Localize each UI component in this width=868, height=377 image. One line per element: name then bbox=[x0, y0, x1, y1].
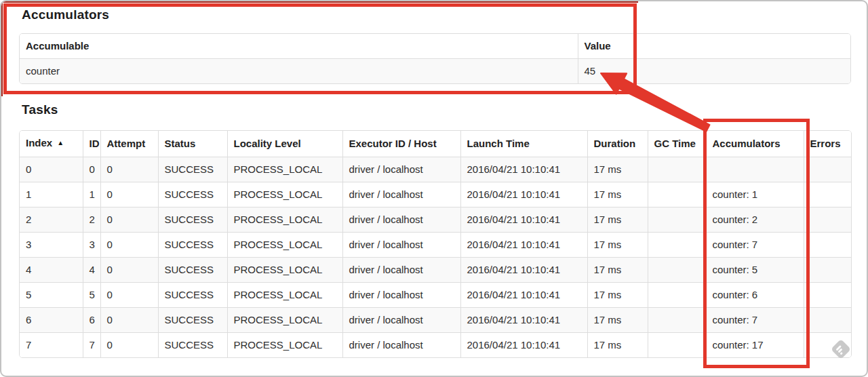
watermark-diamond-icon bbox=[829, 338, 852, 361]
locality-level-cell: PROCESS_LOCAL bbox=[227, 233, 342, 258]
launch-time-cell: 2016/04/21 10:10:41 bbox=[460, 308, 587, 333]
attempt-cell: 0 bbox=[100, 308, 158, 333]
id-cell: 6 bbox=[83, 308, 100, 333]
accumulators-table: Accumulable Value counter 45 bbox=[19, 33, 851, 84]
gc-time-cell bbox=[648, 207, 706, 233]
status-cell: SUCCESS bbox=[158, 308, 227, 333]
accumulators-column-header[interactable]: Accumulators bbox=[706, 131, 804, 157]
duration-cell: 17 ms bbox=[587, 283, 648, 308]
sort-ascending-icon: ▲ bbox=[57, 139, 64, 146]
spark-ui-page: Accumulators Accumulable Value counter 4… bbox=[0, 0, 868, 377]
table-row: 0 0 0 SUCCESS PROCESS_LOCAL driver / loc… bbox=[20, 157, 852, 182]
errors-cell bbox=[804, 157, 852, 182]
executor-id-host-cell: driver / localhost bbox=[342, 233, 460, 258]
gc-time-cell bbox=[648, 258, 706, 283]
locality-level-cell: PROCESS_LOCAL bbox=[227, 283, 342, 308]
duration-cell: 17 ms bbox=[587, 333, 648, 358]
annotation-clipped-edge-top bbox=[1, 1, 638, 3]
index-column-header[interactable]: Index▲ bbox=[20, 131, 83, 157]
tasks-table-body: 0 0 0 SUCCESS PROCESS_LOCAL driver / loc… bbox=[20, 157, 852, 358]
status-cell: SUCCESS bbox=[158, 333, 227, 358]
status-cell: SUCCESS bbox=[158, 157, 227, 182]
attempt-cell: 0 bbox=[100, 333, 158, 358]
accumulators-cell: counter: 7 bbox=[706, 233, 804, 258]
errors-cell bbox=[804, 207, 852, 233]
attempt-cell: 0 bbox=[100, 182, 158, 207]
id-cell: 1 bbox=[83, 182, 100, 207]
accumulable-name-cell: counter bbox=[20, 59, 578, 84]
id-column-header[interactable]: ID bbox=[83, 131, 100, 157]
errors-cell bbox=[804, 258, 852, 283]
launch-time-cell: 2016/04/21 10:10:41 bbox=[460, 207, 587, 233]
locality-level-cell: PROCESS_LOCAL bbox=[227, 333, 342, 358]
index-cell: 6 bbox=[20, 308, 83, 333]
id-cell: 2 bbox=[83, 207, 100, 233]
errors-cell bbox=[804, 283, 852, 308]
tasks-table: Index▲ ID Attempt Status Locality Level … bbox=[19, 130, 852, 358]
launch-time-cell: 2016/04/21 10:10:41 bbox=[460, 157, 587, 182]
tasks-section-title: Tasks bbox=[22, 102, 58, 117]
duration-cell: 17 ms bbox=[587, 157, 648, 182]
gc-time-column-header[interactable]: GC Time bbox=[648, 131, 706, 157]
status-cell: SUCCESS bbox=[158, 258, 227, 283]
index-cell: 2 bbox=[20, 207, 83, 233]
duration-cell: 17 ms bbox=[587, 308, 648, 333]
executor-id-host-cell: driver / localhost bbox=[342, 157, 460, 182]
status-cell: SUCCESS bbox=[158, 182, 227, 207]
id-cell: 7 bbox=[83, 333, 100, 358]
accumulators-header-row: Accumulable Value bbox=[20, 34, 851, 59]
launch-time-cell: 2016/04/21 10:10:41 bbox=[460, 283, 587, 308]
accumulators-cell: counter: 17 bbox=[706, 333, 804, 358]
accumulators-cell: counter: 6 bbox=[706, 283, 804, 308]
id-cell: 3 bbox=[83, 233, 100, 258]
table-row: 1 1 0 SUCCESS PROCESS_LOCAL driver / loc… bbox=[20, 182, 852, 207]
duration-column-header[interactable]: Duration bbox=[587, 131, 648, 157]
table-row: 2 2 0 SUCCESS PROCESS_LOCAL driver / loc… bbox=[20, 207, 852, 233]
attempt-cell: 0 bbox=[100, 283, 158, 308]
duration-cell: 17 ms bbox=[587, 258, 648, 283]
table-row: 5 5 0 SUCCESS PROCESS_LOCAL driver / loc… bbox=[20, 283, 852, 308]
errors-cell bbox=[804, 308, 852, 333]
attempt-column-header[interactable]: Attempt bbox=[100, 131, 158, 157]
locality-level-column-header[interactable]: Locality Level bbox=[227, 131, 342, 157]
index-cell: 1 bbox=[20, 182, 83, 207]
launch-time-cell: 2016/04/21 10:10:41 bbox=[460, 333, 587, 358]
status-cell: SUCCESS bbox=[158, 283, 227, 308]
launch-time-column-header[interactable]: Launch Time bbox=[460, 131, 587, 157]
executor-id-host-cell: driver / localhost bbox=[342, 333, 460, 358]
gc-time-cell bbox=[648, 308, 706, 333]
id-cell: 5 bbox=[83, 283, 100, 308]
executor-id-host-cell: driver / localhost bbox=[342, 258, 460, 283]
index-cell: 4 bbox=[20, 258, 83, 283]
attempt-cell: 0 bbox=[100, 258, 158, 283]
accumulators-cell: counter: 1 bbox=[706, 182, 804, 207]
duration-cell: 17 ms bbox=[587, 182, 648, 207]
accumulators-cell: counter: 5 bbox=[706, 258, 804, 283]
gc-time-cell bbox=[648, 233, 706, 258]
attempt-cell: 0 bbox=[100, 233, 158, 258]
locality-level-cell: PROCESS_LOCAL bbox=[227, 308, 342, 333]
index-cell: 0 bbox=[20, 157, 83, 182]
launch-time-cell: 2016/04/21 10:10:41 bbox=[460, 182, 587, 207]
gc-time-cell bbox=[648, 157, 706, 182]
status-cell: SUCCESS bbox=[158, 233, 227, 258]
table-row: 7 7 0 SUCCESS PROCESS_LOCAL driver / loc… bbox=[20, 333, 852, 358]
status-cell: SUCCESS bbox=[158, 207, 227, 233]
executor-id-host-cell: driver / localhost bbox=[342, 182, 460, 207]
attempt-cell: 0 bbox=[100, 157, 158, 182]
table-row: 3 3 0 SUCCESS PROCESS_LOCAL driver / loc… bbox=[20, 233, 852, 258]
executor-id-host-column-header[interactable]: Executor ID / Host bbox=[342, 131, 460, 157]
executor-id-host-cell: driver / localhost bbox=[342, 283, 460, 308]
status-column-header[interactable]: Status bbox=[158, 131, 227, 157]
value-column-header: Value bbox=[578, 34, 851, 59]
errors-column-header[interactable]: Errors bbox=[804, 131, 852, 157]
tasks-header-row: Index▲ ID Attempt Status Locality Level … bbox=[20, 131, 852, 157]
accumulators-cell: counter: 7 bbox=[706, 308, 804, 333]
locality-level-cell: PROCESS_LOCAL bbox=[227, 182, 342, 207]
accumulators-cell: counter: 2 bbox=[706, 207, 804, 233]
index-cell: 7 bbox=[20, 333, 83, 358]
id-cell: 0 bbox=[83, 157, 100, 182]
launch-time-cell: 2016/04/21 10:10:41 bbox=[460, 258, 587, 283]
annotation-clipped-edge-left bbox=[1, 1, 3, 96]
executor-id-host-cell: driver / localhost bbox=[342, 308, 460, 333]
